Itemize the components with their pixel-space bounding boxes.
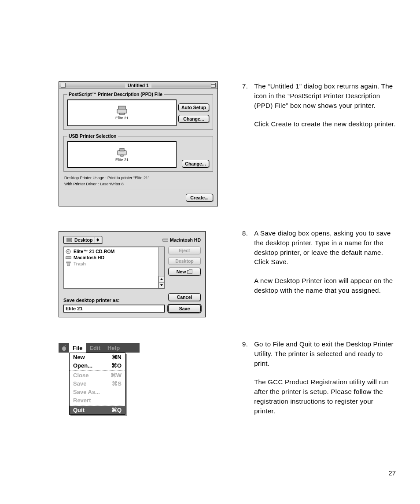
menu-item-close: Close⌘W [70, 371, 125, 379]
menubar-help[interactable]: Help [104, 343, 123, 353]
ppd-device-label: Elite 21 [115, 116, 129, 120]
save-button[interactable]: Save [168, 305, 201, 313]
close-box[interactable] [61, 83, 66, 88]
save-as-input[interactable] [63, 305, 165, 313]
file-menu: File Edit Help New⌘NOpen...⌘OClose⌘WSave… [59, 343, 140, 415]
save-as-label: Save desktop printer as: [63, 298, 165, 303]
usage-line-1: Desktop Printer Usage : Print to printer… [64, 175, 213, 181]
svg-rect-4 [120, 148, 124, 151]
popup-arrows-icon [95, 237, 99, 243]
svg-rect-1 [117, 109, 127, 113]
svg-rect-8 [162, 239, 168, 241]
location-popup-label: Desktop [74, 237, 92, 243]
menu-item-revert: Revert [70, 396, 125, 405]
location-popup[interactable]: Desktop [63, 236, 102, 244]
menu-separator [70, 405, 125, 405]
usb-fieldset: USB Printer Selection Elite 21 Change... [63, 133, 213, 172]
file-list[interactable]: Elite™ 21 CD-ROMMacintosh HDTrash [63, 246, 165, 289]
list-item[interactable]: Macintosh HD [66, 254, 156, 261]
list-item: Trash [66, 261, 156, 267]
change-usb-button[interactable]: Change... [182, 160, 209, 168]
eject-button[interactable]: Eject [168, 246, 201, 254]
step-number: 9. [242, 339, 248, 416]
cd-icon [66, 249, 71, 254]
menu-separator [70, 370, 125, 371]
harddisk-icon [162, 238, 168, 243]
change-ppd-button[interactable]: Change... [178, 115, 209, 123]
create-button[interactable]: Create... [186, 194, 213, 202]
windowshade-box[interactable] [211, 83, 216, 88]
menubar-edit[interactable]: Edit [86, 343, 104, 353]
file-dropdown: New⌘NOpen...⌘OClose⌘WSave⌘SSave As...Rev… [69, 353, 125, 415]
svg-rect-12 [66, 262, 70, 263]
hd-icon [66, 255, 71, 260]
apple-menu-icon[interactable] [59, 343, 69, 353]
step-text: A new Desktop Printer icon will appear o… [254, 276, 396, 295]
usb-device-label: Elite 21 [115, 158, 129, 162]
step-9: 9. Go to File and Quit to exit the Deskt… [242, 339, 396, 416]
svg-point-10 [68, 251, 69, 252]
volume-label: Macintosh HD [162, 237, 201, 243]
menu-item-new[interactable]: New⌘N [70, 353, 125, 361]
usb-well: Elite 21 [67, 141, 177, 168]
scroll-down-button[interactable] [158, 282, 164, 288]
untitled-dialog: Untitled 1 PostScript™ Printer Descripti… [59, 81, 218, 206]
menu-item-open[interactable]: Open...⌘O [70, 361, 125, 370]
svg-rect-7 [67, 239, 71, 241]
svg-rect-2 [119, 113, 125, 114]
step-number: 7. [242, 81, 248, 129]
step-number: 8. [242, 228, 248, 295]
step-text: The GCC Product Registration utility wil… [254, 377, 396, 416]
auto-setup-button[interactable]: Auto Setup [178, 103, 209, 111]
ppd-legend: PostScript™ Printer Description (PPD) Fi… [67, 92, 164, 97]
svg-rect-5 [121, 155, 123, 156]
step-7: 7. The “Untitled 1” dialog box returns a… [242, 81, 396, 129]
menubar-file[interactable]: File [69, 343, 86, 353]
menu-item-saveas: Save As... [70, 388, 125, 396]
new-folder-button[interactable]: New [168, 268, 201, 276]
menu-item-save: Save⌘S [70, 379, 125, 388]
desktop-icon [66, 238, 72, 243]
list-item[interactable]: Elite™ 21 CD-ROM [66, 248, 156, 254]
page-number: 27 [388, 469, 396, 477]
ppd-well: Elite 21 [67, 99, 177, 126]
cancel-button[interactable]: Cancel [168, 293, 201, 301]
step-text: A Save dialog box opens, asking you to s… [254, 228, 396, 267]
ppd-fieldset: PostScript™ Printer Description (PPD) Fi… [63, 92, 213, 130]
usage-line-2: With Printer Driver : LaserWriter 8 [64, 181, 213, 188]
desktop-button[interactable]: Desktop [168, 257, 201, 265]
step-text: Go to File and Quit to exit the Desktop … [254, 339, 396, 368]
step-text: Click Create to create the new desktop p… [254, 119, 396, 129]
scroll-up-button[interactable] [158, 276, 164, 282]
usage-info: Desktop Printer Usage : Print to printer… [63, 175, 213, 187]
dialog-titlebar: Untitled 1 [59, 82, 217, 89]
dialog-title: Untitled 1 [125, 83, 151, 88]
trash-icon [66, 261, 71, 266]
step-8: 8. A Save dialog box opens, asking you t… [242, 228, 396, 295]
menu-item-quit[interactable]: Quit⌘Q [70, 406, 125, 414]
usb-legend: USB Printer Selection [67, 133, 118, 139]
laser-printer-icon [116, 105, 128, 115]
step-text: The “Untitled 1” dialog box returns agai… [254, 81, 396, 110]
usb-printer-icon [116, 147, 128, 157]
folder-icon [187, 269, 192, 274]
menubar: File Edit Help [59, 343, 140, 353]
save-dialog: Desktop Macintosh HD Elite™ 21 CD-ROMMac… [59, 231, 206, 317]
svg-rect-11 [66, 257, 71, 259]
scrollbar[interactable] [158, 247, 164, 288]
